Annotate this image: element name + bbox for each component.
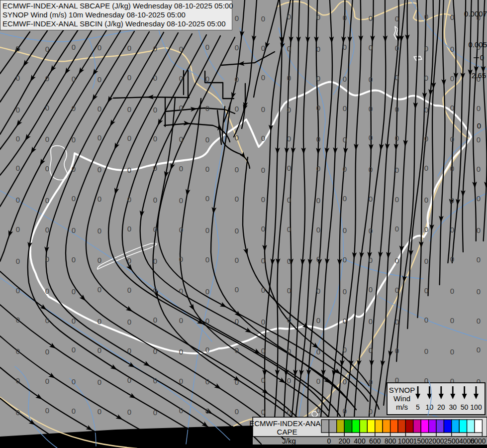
grid-value-label: 0	[205, 407, 209, 415]
grid-value-label: 0	[235, 226, 239, 235]
color-swatch	[452, 420, 459, 433]
grid-value-label: 0	[179, 104, 183, 112]
cape-tick-label: 200	[339, 437, 351, 445]
color-swatch	[444, 420, 451, 433]
grid-value-label: 0	[235, 165, 239, 174]
grid-value-label: 0	[287, 106, 291, 114]
grid-value-label: 0	[395, 318, 399, 326]
grid-value-label: 0	[235, 256, 239, 264]
grid-value-label: 0	[205, 43, 209, 51]
grid-value-label: 0	[179, 196, 183, 205]
map-title-block: ECMWF-INDEX-ANAL SBCAPE (J/kg) Wednesday…	[0, 0, 232, 30]
grid-value-label: 0	[395, 166, 399, 174]
grid-value-label: 0	[369, 105, 373, 113]
grid-value-label: 0	[261, 346, 265, 355]
grid-value-label: 0	[369, 43, 373, 52]
grid-value-label: 0	[45, 74, 49, 83]
grid-value-label: 0	[179, 316, 183, 325]
grid-value-label: 0	[235, 75, 239, 84]
grid-value-label: 0	[395, 224, 399, 233]
grid-value-label: 0	[16, 106, 20, 114]
grid-value-label: 0	[316, 13, 320, 21]
grid-value-label: 0	[235, 378, 239, 386]
station-value-label: 0	[480, 53, 484, 62]
grid-value-label: 0	[450, 255, 454, 263]
grid-value-label: 0	[72, 317, 76, 325]
grid-value-label: 0	[179, 255, 183, 263]
grid-value-label: 0	[97, 346, 101, 354]
grid-value-label: 0	[153, 106, 157, 114]
grid-value-label: 0	[261, 73, 265, 82]
grid-value-label: 0	[205, 194, 209, 203]
grid-value-label: 0	[205, 317, 209, 325]
grid-value-label: 0	[97, 133, 101, 142]
grid-value-label: 0	[72, 165, 76, 173]
grid-value-label: 0	[235, 407, 239, 416]
grid-value-label: 0	[424, 74, 428, 82]
grid-value-label: 0	[16, 316, 20, 324]
grid-value-label: 0	[97, 407, 101, 416]
grid-value-label: 0	[450, 45, 454, 53]
grid-value-label: 0	[235, 285, 239, 294]
grid-value-label: 0	[369, 14, 373, 22]
grid-value-label: 0	[316, 225, 320, 234]
grid-value-label: 0	[72, 226, 76, 234]
grid-value-label: 0	[235, 346, 239, 354]
grid-value-label: 0	[16, 196, 20, 204]
grid-value-label: 0	[424, 134, 428, 143]
grid-value-label: 0	[16, 286, 20, 295]
grid-value-label: 0	[205, 104, 209, 112]
grid-value-label: 0	[424, 286, 428, 295]
grid-value-label: 0	[45, 255, 49, 263]
grid-value-label: 0	[179, 74, 183, 83]
grid-value-label: 0	[450, 164, 454, 173]
grid-value-label: 0	[395, 346, 399, 355]
color-swatch	[398, 420, 405, 433]
grid-value-label: 0	[45, 104, 49, 112]
grid-value-label: 0	[316, 406, 320, 415]
grid-value-label: 0	[97, 285, 101, 294]
grid-value-label: 0	[127, 105, 131, 113]
synop-speed-label: 20	[437, 403, 445, 411]
grid-value-label: 0	[343, 255, 347, 264]
synop-speed-label: 50	[461, 403, 469, 411]
grid-value-label: 0	[287, 347, 291, 355]
grid-value-label: 0	[287, 376, 291, 385]
grid-value-label: 0	[261, 224, 265, 233]
synop-legend-unit: m/s	[396, 403, 408, 411]
grid-value-label: 0	[179, 377, 183, 385]
grid-value-label: 0	[153, 316, 157, 324]
grid-value-label: 0	[369, 346, 373, 354]
grid-value-label: 0	[97, 378, 101, 386]
grid-value-label: 0	[72, 377, 76, 386]
grid-value-label: 0	[127, 408, 131, 416]
grid-value-label: 0	[72, 104, 76, 112]
grid-value-label: 0	[261, 195, 265, 204]
color-swatch	[383, 420, 390, 433]
grid-value-label: 0	[153, 257, 157, 265]
grid-value-label: 0	[450, 196, 454, 205]
grid-value-label: 0	[235, 105, 239, 113]
grid-value-label: 0	[153, 74, 157, 82]
station-value-label: 0	[477, 121, 481, 130]
grid-value-label: 0	[424, 225, 428, 233]
grid-value-label: 0	[395, 44, 399, 52]
grid-value-label: 0	[153, 225, 157, 233]
grid-value-label: 0	[395, 14, 399, 23]
grid-value-label: 0	[205, 165, 209, 173]
color-swatch	[337, 420, 344, 433]
cape-tick-label: 800	[385, 437, 396, 445]
grid-value-label: 0	[287, 257, 291, 265]
grid-value-label: 0	[316, 316, 320, 325]
grid-value-label: 0	[424, 196, 428, 204]
synop-speed-label: 30	[449, 403, 457, 411]
grid-value-label: 0	[395, 286, 399, 294]
grid-value-label: 0	[235, 14, 239, 22]
grid-value-label: 0	[369, 256, 373, 264]
grid-value-label: 0	[97, 43, 101, 52]
grid-value-label: 0	[369, 195, 373, 203]
grid-value-label: 0	[45, 377, 49, 385]
synop-speed-label: 5	[416, 403, 420, 411]
grid-value-label: 0	[287, 286, 291, 295]
weather-map-viewport: 0000000000000000000000000000000000000000…	[0, 0, 487, 448]
